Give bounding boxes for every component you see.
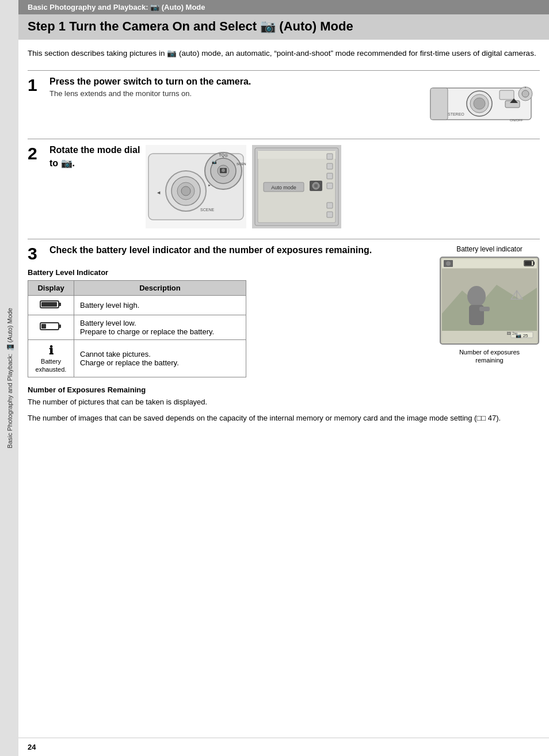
battery-low-icon bbox=[40, 321, 63, 331]
svg-rect-57 bbox=[533, 262, 535, 265]
svg-point-11 bbox=[522, 90, 529, 97]
table-row: Battery level low.Prepare to charge or r… bbox=[28, 315, 246, 339]
svg-point-54 bbox=[446, 261, 451, 266]
battery-exhausted-icon-cell: ℹ Batteryexhausted. bbox=[28, 339, 74, 377]
battery-section: Battery Level Indicator Display Descript… bbox=[28, 268, 432, 378]
step-2-title: Rotate the mode dial bbox=[49, 145, 140, 155]
main-content: Basic Photography and Playback: 📷 (Auto)… bbox=[18, 0, 549, 756]
svg-text:Auto mode: Auto mode bbox=[272, 185, 297, 190]
exposures-remaining-label: Number of exposuresremaining bbox=[459, 348, 520, 365]
battery-exhausted-label: Batteryexhausted. bbox=[34, 357, 68, 374]
sidebar: Basic Photography and Playback: 📷 (Auto)… bbox=[0, 0, 18, 756]
svg-text:SCENE: SCENE bbox=[237, 162, 246, 166]
step-1-image: STEREO ON/OFF bbox=[425, 77, 540, 128]
step-1-desc: The lens extends and the monitor turns o… bbox=[49, 89, 251, 98]
svg-rect-5 bbox=[500, 90, 514, 100]
svg-text:STEREO: STEREO bbox=[448, 112, 464, 116]
title-section: Step 1 Turn the Camera On and Select 📷 (… bbox=[18, 14, 549, 40]
svg-text:►: ► bbox=[208, 184, 211, 187]
svg-rect-37 bbox=[327, 183, 333, 189]
exposures-title: Number of Exposures Remaining bbox=[28, 385, 540, 394]
svg-point-26 bbox=[181, 186, 190, 196]
svg-rect-35 bbox=[327, 163, 333, 169]
header-bar: Basic Photography and Playback: 📷 (Auto)… bbox=[18, 0, 549, 14]
svg-rect-36 bbox=[327, 173, 333, 179]
battery-exhausted-icon: ℹ bbox=[34, 343, 68, 357]
svg-rect-62 bbox=[479, 307, 490, 311]
exposures-section: Number of Exposures Remaining The number… bbox=[28, 385, 540, 423]
content-area: This section describes taking pictures i… bbox=[18, 40, 549, 738]
svg-rect-47 bbox=[59, 303, 61, 306]
exposures-text-2: The number of images that can be saved d… bbox=[28, 413, 540, 424]
svg-rect-50 bbox=[59, 324, 61, 328]
battery-exhausted-desc: Cannot take pictures.Charge or replace t… bbox=[74, 339, 246, 377]
svg-text:SCENE: SCENE bbox=[200, 208, 214, 212]
mode-dial-illustration: TQ◎ 📷 SCENE ◀ ► bbox=[146, 145, 246, 228]
svg-rect-49 bbox=[41, 324, 46, 329]
step-2-number: 2 bbox=[28, 145, 44, 162]
svg-text:🖼 2w: 🖼 2w bbox=[507, 331, 518, 335]
step-3-right: Battery level indicator bbox=[439, 245, 540, 365]
svg-point-42 bbox=[314, 184, 318, 188]
step-3-left: 3 Check the battery level indicator and … bbox=[28, 245, 432, 378]
step-1: 1 Press the power switch to turn on the … bbox=[28, 70, 540, 128]
battery-full-desc: Battery level high. bbox=[74, 295, 246, 315]
svg-rect-33 bbox=[258, 151, 336, 159]
step-3-number: 3 bbox=[28, 245, 44, 262]
lcd-auto-mode-illustration: Auto mode bbox=[252, 145, 341, 228]
step-1-title: Press the power switch to turn on the ca… bbox=[49, 77, 251, 87]
step-1-number: 1 bbox=[28, 77, 44, 94]
battery-full-icon bbox=[40, 299, 63, 310]
battery-low-icon-cell bbox=[28, 315, 74, 339]
step-2: 2 Rotate the mode dial to 📷. bbox=[28, 139, 540, 228]
step-3: 3 Check the battery level indicator and … bbox=[28, 239, 540, 424]
svg-point-4 bbox=[474, 98, 485, 109]
table-header-description: Description bbox=[74, 280, 246, 295]
battery-indicator-title: Battery level indicator bbox=[456, 245, 523, 253]
svg-rect-46 bbox=[41, 302, 57, 307]
battery-table: Display Description bbox=[28, 280, 246, 378]
table-row: ℹ Batteryexhausted. Cannot take pictures… bbox=[28, 339, 246, 377]
svg-text:TQ◎: TQ◎ bbox=[219, 153, 228, 158]
step-2-title2: to 📷. bbox=[49, 158, 140, 169]
svg-point-60 bbox=[467, 286, 486, 307]
svg-rect-44 bbox=[327, 212, 333, 217]
header-bar-text: Basic Photography and Playback: 📷 (Auto)… bbox=[28, 3, 205, 12]
svg-rect-52 bbox=[442, 259, 537, 268]
svg-text:📷 25: 📷 25 bbox=[516, 333, 528, 338]
svg-text:ON/OFF: ON/OFF bbox=[510, 119, 523, 122]
step-3-title: Check the battery level indicator and th… bbox=[49, 245, 372, 255]
sidebar-label: Basic Photography and Playback: 📷 (Auto)… bbox=[6, 308, 13, 448]
page-number: 24 bbox=[28, 743, 36, 751]
svg-rect-43 bbox=[327, 203, 333, 208]
step-1-text: 1 Press the power switch to turn on the … bbox=[28, 77, 418, 105]
svg-rect-1 bbox=[430, 88, 448, 120]
svg-rect-34 bbox=[327, 154, 333, 159]
battery-section-title: Battery Level Indicator bbox=[28, 268, 432, 277]
page-title: Step 1 Turn the Camera On and Select 📷 (… bbox=[28, 19, 540, 34]
svg-text:☞: ☞ bbox=[525, 261, 528, 265]
table-row: Battery level high. bbox=[28, 295, 246, 315]
table-header-display: Display bbox=[28, 280, 74, 295]
page-footer: 24 bbox=[18, 738, 549, 756]
camera-top-illustration: STEREO ON/OFF bbox=[425, 77, 540, 128]
battery-full-icon-cell bbox=[28, 295, 74, 315]
exposures-text-1: The number of pictures that can be taken… bbox=[28, 396, 540, 408]
intro-text: This section describes taking pictures i… bbox=[28, 48, 540, 59]
battery-low-desc: Battery level low.Prepare to charge or r… bbox=[74, 315, 246, 339]
svg-point-22 bbox=[222, 169, 225, 172]
svg-text:📷: 📷 bbox=[212, 159, 217, 165]
camera-screen-illustration: 📷 25 🖼 2w ☞ bbox=[439, 256, 540, 345]
